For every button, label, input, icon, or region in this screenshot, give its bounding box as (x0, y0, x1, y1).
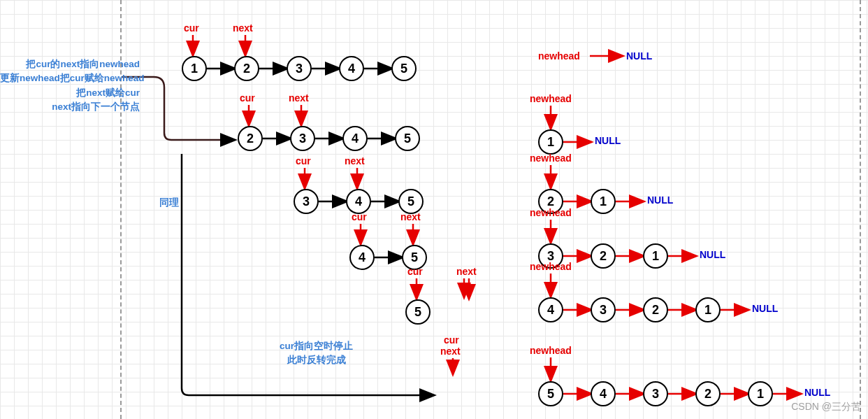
list-node: 3 (294, 189, 319, 214)
next-label: next (345, 155, 365, 166)
list-node: 5 (395, 126, 420, 151)
list-node: 3 (591, 297, 616, 322)
watermark: CSDN @三分苦 (791, 401, 861, 413)
next-label: next (440, 346, 461, 357)
next-label: next (456, 266, 477, 277)
list-node: 4 (591, 381, 616, 406)
list-node: 1 (643, 243, 668, 269)
list-node: 2 (234, 56, 259, 81)
cur-label: cur (444, 334, 459, 346)
newhead-label: newhead (530, 207, 572, 218)
null-label: NULL (752, 303, 778, 314)
null-label: NULL (595, 135, 621, 146)
explain-line: 更新newhead把cur赋给newhead (0, 71, 140, 85)
list-node: 2 (643, 297, 668, 322)
cur-label: cur (352, 211, 367, 222)
list-node: 5 (538, 381, 563, 406)
dashed-line-right (860, 0, 861, 419)
list-node: 4 (538, 297, 563, 322)
list-node: 3 (290, 126, 315, 151)
list-node: 5 (405, 299, 431, 325)
null-label: NULL (647, 194, 673, 206)
explain-note: 把cur的next指向newhead 更新newhead把cur赋给newhea… (0, 57, 140, 114)
newhead-label: newhead (538, 50, 580, 62)
null-label: NULL (804, 387, 830, 398)
null-label: NULL (700, 249, 725, 260)
next-label: next (289, 92, 309, 104)
newhead-label: newhead (530, 261, 572, 272)
list-node: 1 (695, 297, 721, 322)
list-node: 2 (238, 126, 263, 151)
list-node: 1 (591, 189, 616, 214)
explain-line: 把next赋给cur (0, 86, 140, 100)
list-node: 4 (346, 189, 371, 214)
cur-label: cur (184, 22, 199, 34)
stop-line: 此时反转完成 (280, 353, 353, 367)
list-node: 5 (391, 56, 417, 81)
next-label: next (400, 211, 421, 222)
explain-line: next指向下一个节点 (0, 100, 140, 114)
list-node: 4 (342, 126, 368, 151)
newhead-label: newhead (530, 93, 572, 104)
stop-line: cur指向空时停止 (280, 339, 353, 353)
cur-label: cur (296, 155, 311, 166)
list-node: 1 (538, 129, 563, 155)
same-note: 同理 (159, 196, 179, 210)
list-node: 4 (349, 245, 375, 270)
list-node: 4 (339, 56, 364, 81)
null-label: NULL (626, 50, 652, 62)
list-node: 5 (398, 189, 424, 214)
list-node: 2 (695, 381, 721, 406)
cur-label: cur (407, 266, 423, 277)
list-node: 2 (591, 243, 616, 269)
cur-label: cur (240, 92, 255, 104)
newhead-label: newhead (530, 345, 572, 356)
list-node: 3 (643, 381, 668, 406)
explain-line: 把cur的next指向newhead (0, 57, 140, 71)
list-node: 3 (287, 56, 312, 81)
stop-note: cur指向空时停止 此时反转完成 (280, 339, 353, 368)
list-node: 1 (182, 56, 207, 81)
next-label: next (233, 22, 253, 34)
list-node: 1 (748, 381, 773, 406)
newhead-label: newhead (530, 152, 572, 164)
